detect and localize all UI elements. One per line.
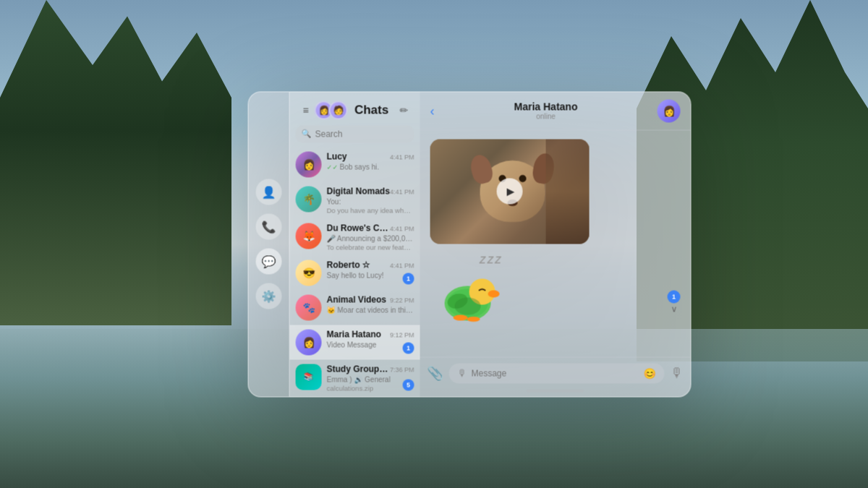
compose-list-icon[interactable]: ≡ [297,101,315,119]
chat-preview-lucy: ✓✓Bob says hi. [327,162,414,172]
chat-item-digital-nomads[interactable]: 🌴 Digital Nomads 4:41 PM You: Do you hav… [290,181,420,218]
chat-name-study-group: Study Group 🍃 [327,364,390,374]
chat-preview-roberto: Say hello to Lucy! [327,270,414,280]
chat-preview-digital-nomads-2: Do you have any idea what time it is? [327,206,414,214]
search-input[interactable] [315,129,409,139]
svg-point-7 [455,297,481,314]
chat-name-digital-nomads: Digital Nomads [327,186,390,196]
chat-preview-maria-hatano: Video Message [327,340,414,349]
chat-list-header: ≡ 👩 🧑 Chats ✏ [290,92,420,125]
calls-button[interactable]: 📞 [256,214,282,240]
chat-item-maria-hatano[interactable]: 👩 Maria Hatano 9:12 PM Video Message 1 [290,325,420,359]
chat-content-roberto: Roberto ☆ 4:41 PM Say hello to Lucy! [327,260,414,280]
chat-content-du-rowe: Du Rowe's Channel ● 4:41 PM 🎤 Announcing… [327,223,414,251]
app-window: 👤 📞 💬 ⚙️ ≡ 👩 🧑 Chats ✏ 🔍 👩 [248,91,692,397]
sticker-message: ZZZ [430,254,503,322]
back-button[interactable]: ‹ [430,104,435,117]
message-input[interactable] [472,368,639,378]
search-bar: 🔍 [296,125,414,142]
scroll-badge: 1 [668,290,681,303]
chat-item-du-rowe[interactable]: 🦊 Du Rowe's Channel ● 4:41 PM 🎤 Announci… [290,218,420,255]
chat-view-name: Maria Hatano [442,101,650,113]
compose-new-icon[interactable]: ✏ [396,101,413,119]
chat-time-lucy: 4:41 PM [390,153,414,160]
chat-preview-animal-videos: 🐱 Moar cat videos in this channel? [327,305,414,314]
chat-time-study-group: 7:36 PM [390,366,414,373]
avatar-digital-nomads: 🌴 [296,186,322,212]
chat-content-lucy: Lucy 4:41 PM ✓✓Bob says hi. [327,151,414,172]
avatar-animal-videos: 🐾 [296,294,322,320]
chat-view-title-area: Maria Hatano online [442,101,650,121]
svg-point-3 [488,290,500,297]
chats-button[interactable]: 💬 [256,249,282,275]
chat-items-list: 👩 Lucy 4:41 PM ✓✓Bob says hi. 🌴 Digita [290,147,420,396]
search-icon: 🔍 [302,129,312,139]
message-input-wrapper: 🎙 😊 [449,363,665,383]
chat-content-study-group: Study Group 🍃 7:36 PM Emma ) 🔊 General c… [327,364,414,392]
video-message[interactable]: ▶ [430,139,590,244]
scroll-indicator[interactable]: 1 ∨ [668,290,681,313]
avatar-study-group: 📚 [296,364,322,390]
svg-point-5 [454,314,468,320]
badge-study-group: 5 [403,379,414,390]
chat-time-du-rowe: 4:41 PM [390,225,414,232]
bottom-scrollbar [527,389,584,392]
header-avatar-2: 🧑 [329,100,348,119]
chat-preview-du-rowe-1: 🎤 Announcing a $200,000 giveaway! [327,234,414,243]
chat-name-animal-videos: Animal Videos [327,294,386,304]
avatar-maria-hatano: 👩 [296,329,322,355]
chat-time-animal-videos: 9:22 PM [390,296,414,304]
svg-point-6 [467,317,480,322]
chat-name-roberto: Roberto ☆ [327,260,370,270]
badge-roberto: 1 [403,273,414,284]
chat-preview-study-group-1: Emma ) 🔊 General [327,374,414,384]
contact-avatar[interactable]: 👩 [658,99,681,122]
chat-name-maria-hatano: Maria Hatano [327,329,381,339]
mic-button[interactable]: 🎙 [671,366,684,381]
chat-view-panel: ‹ Maria Hatano online 👩 [420,91,692,397]
chat-item-lucy[interactable]: 👩 Lucy 4:41 PM ✓✓Bob says hi. [290,147,420,181]
chat-item-study-group[interactable]: 📚 Study Group 🍃 7:36 PM Emma ) 🔊 General… [290,359,420,396]
chat-time-maria-hatano: 9:12 PM [390,331,414,338]
chat-preview-du-rowe-2: To celebrate our new feature, I'm ... [327,243,414,251]
chat-content-digital-nomads: Digital Nomads 4:41 PM You: Do you have … [327,186,414,214]
play-button[interactable]: ▶ [497,179,523,205]
chat-preview-study-group-2: calculations.zip [327,384,414,392]
settings-button[interactable]: ⚙️ [256,283,282,309]
chat-item-roberto[interactable]: 😎 Roberto ☆ 4:41 PM Say hello to Lucy! 1 [290,255,420,290]
header-avatars: 👩 🧑 [315,100,348,119]
mic-input-icon: 🎙 [458,368,467,379]
chat-content-animal-videos: Animal Videos 9:22 PM 🐱 Moar cat videos … [327,294,414,314]
chat-item-animal-videos[interactable]: 🐾 Animal Videos 9:22 PM 🐱 Moar cat video… [290,290,420,325]
chat-time-roberto: 4:41 PM [390,262,414,269]
zzz-text: ZZZ [480,254,503,265]
chat-list-title: Chats [348,103,396,117]
emoji-button[interactable]: 😊 [644,367,656,379]
chat-view-header: ‹ Maria Hatano online 👩 [420,92,691,130]
attach-button[interactable]: 📎 [427,365,443,381]
chat-content-maria-hatano: Maria Hatano 9:12 PM Video Message [327,329,414,349]
chat-name-du-rowe: Du Rowe's Channel ● [327,223,390,233]
duck-sticker: ZZZ [430,254,503,322]
chat-list-panel: ≡ 👩 🧑 Chats ✏ 🔍 👩 Lucy 4:41 PM [290,91,420,397]
chat-view-status: online [442,113,650,121]
chat-preview-digital-nomads-1: You: [327,197,414,206]
contacts-button[interactable]: 👤 [256,179,282,205]
badge-maria-hatano: 1 [403,342,414,354]
message-input-area: 📎 🎙 😊 🎙 [420,356,691,389]
scroll-arrow-icon: ∨ [671,304,677,313]
chat-name-lucy: Lucy [327,151,347,161]
sidebar: 👤 📞 💬 ⚙️ [248,91,290,397]
avatar-roberto: 😎 [296,260,322,286]
chat-time-digital-nomads: 4:41 PM [390,188,414,195]
messages-area: ▶ [420,130,691,356]
avatar-du-rowe: 🦊 [296,223,322,249]
avatar-lucy: 👩 [296,151,322,177]
